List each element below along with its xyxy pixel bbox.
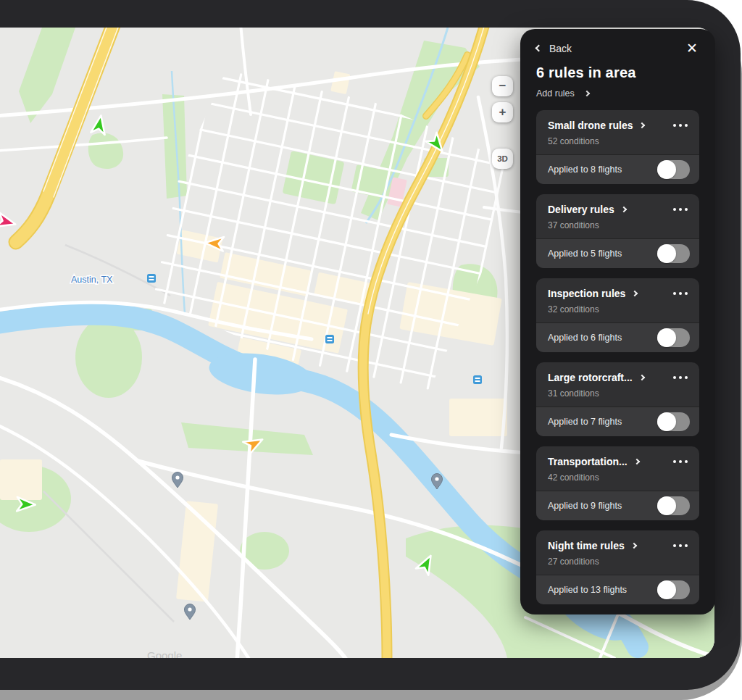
toggle-knob <box>657 580 676 599</box>
rules-list: Small drone rules 52 conditions Applied … <box>536 110 699 604</box>
rule-conditions: 42 conditions <box>548 472 688 483</box>
rule-name: Transportation... <box>548 456 628 467</box>
rules-panel: Back ✕ 6 rules in area Add rules Small d… <box>520 29 715 614</box>
more-options-icon[interactable] <box>673 290 688 298</box>
tablet-mockup: Austin, TX Google − + 3D Back ✕ 6 rules … <box>0 0 742 700</box>
add-rules-label: Add rules <box>536 88 575 99</box>
rule-name: Inspection rules <box>548 288 625 299</box>
rule-open-row[interactable]: Inspection rules <box>548 288 688 299</box>
more-options-icon[interactable] <box>673 206 688 214</box>
rule-applied-label: Applied to 9 flights <box>548 501 622 511</box>
rule-toggle[interactable] <box>657 328 690 347</box>
chevron-right-icon <box>584 91 590 96</box>
rule-applied-label: Applied to 5 flights <box>548 249 622 259</box>
rule-card: Large rotorcraft... 31 conditions Applie… <box>536 362 699 436</box>
place-label: Austin, TX <box>71 275 113 285</box>
toggle-knob <box>657 412 676 431</box>
rule-open-row[interactable]: Night time rules <box>548 540 688 551</box>
toggle-knob <box>657 328 676 347</box>
rule-applied-label: Applied to 8 flights <box>548 164 622 175</box>
rule-name: Small drone rules <box>548 120 633 131</box>
rule-card-top: Transportation... 42 conditions <box>536 446 699 491</box>
rule-card-bottom: Applied to 9 flights <box>536 491 699 520</box>
rule-applied-label: Applied to 6 flights <box>548 333 622 343</box>
rule-applied-label: Applied to 7 flights <box>548 417 622 427</box>
rule-conditions: 37 conditions <box>548 220 688 230</box>
zoom-out-button[interactable]: − <box>492 76 513 96</box>
rule-name: Large rotorcraft... <box>548 372 633 383</box>
panel-topbar: Back ✕ <box>536 41 699 55</box>
more-options-icon[interactable] <box>673 542 688 550</box>
rule-card-bottom: Applied to 8 flights <box>536 154 699 184</box>
rule-card-bottom: Applied to 6 flights <box>536 322 699 352</box>
toggle-knob <box>657 496 676 515</box>
chevron-right-icon <box>632 291 638 296</box>
chevron-right-icon <box>639 122 645 128</box>
back-label: Back <box>549 43 572 54</box>
rule-toggle[interactable] <box>657 580 690 599</box>
rule-card-bottom: Applied to 13 flights <box>536 575 699 604</box>
map-controls: − + 3D <box>492 76 514 169</box>
rule-card: Small drone rules 52 conditions Applied … <box>536 110 699 184</box>
rule-applied-label: Applied to 13 flights <box>548 585 627 595</box>
chevron-right-icon <box>638 375 644 380</box>
rule-card-bottom: Applied to 7 flights <box>536 407 699 436</box>
rule-card: Transportation... 42 conditions Applied … <box>536 446 699 520</box>
rule-toggle[interactable] <box>657 496 690 515</box>
chevron-right-icon <box>621 207 627 212</box>
rule-card-top: Inspection rules 32 conditions <box>536 278 699 322</box>
rule-open-row[interactable]: Delivery rules <box>548 204 688 215</box>
rule-card-top: Delivery rules 37 conditions <box>536 194 699 238</box>
more-options-icon[interactable] <box>673 374 688 382</box>
rule-toggle[interactable] <box>657 412 690 431</box>
rule-card-top: Night time rules 27 conditions <box>536 530 699 575</box>
3d-view-button[interactable]: 3D <box>492 149 513 169</box>
rule-name: Delivery rules <box>548 204 614 215</box>
map-watermark: Google <box>147 649 182 658</box>
rule-card: Delivery rules 37 conditions Applied to … <box>536 194 699 268</box>
add-rules-button[interactable]: Add rules <box>536 88 589 99</box>
more-options-icon[interactable] <box>673 122 688 130</box>
toggle-knob <box>657 160 676 179</box>
rule-conditions: 52 conditions <box>548 136 688 146</box>
rule-card-top: Large rotorcraft... 31 conditions <box>536 362 699 407</box>
rule-card: Inspection rules 32 conditions Applied t… <box>536 278 699 352</box>
panel-title: 6 rules in area <box>536 64 699 81</box>
rule-open-row[interactable]: Large rotorcraft... <box>548 372 688 383</box>
chevron-right-icon <box>633 459 639 464</box>
more-options-icon[interactable] <box>673 458 688 466</box>
rule-open-row[interactable]: Transportation... <box>548 456 688 467</box>
rule-conditions: 27 conditions <box>548 557 688 567</box>
rule-open-row[interactable]: Small drone rules <box>548 120 688 131</box>
back-button[interactable]: Back <box>536 43 572 54</box>
rule-conditions: 31 conditions <box>548 388 688 399</box>
zoom-in-button[interactable]: + <box>492 102 513 122</box>
rule-toggle[interactable] <box>657 160 690 179</box>
rule-toggle[interactable] <box>657 244 690 263</box>
chevron-left-icon <box>535 45 543 52</box>
rule-conditions: 32 conditions <box>548 304 688 314</box>
toggle-knob <box>657 244 676 263</box>
rule-card: Night time rules 27 conditions Applied t… <box>536 530 699 604</box>
rule-name: Night time rules <box>548 540 625 551</box>
close-icon[interactable]: ✕ <box>685 41 699 55</box>
chevron-right-icon <box>631 543 637 549</box>
rule-card-bottom: Applied to 5 flights <box>536 238 699 268</box>
rule-card-top: Small drone rules 52 conditions <box>536 110 699 154</box>
